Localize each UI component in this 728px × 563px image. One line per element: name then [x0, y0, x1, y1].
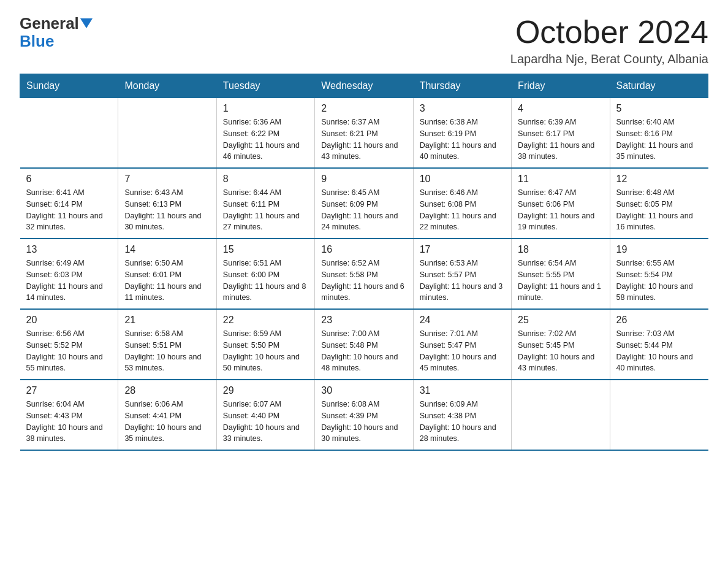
day-info: Sunrise: 6:53 AMSunset: 5:57 PMDaylight:… [420, 258, 505, 304]
day-info: Sunrise: 6:44 AMSunset: 6:11 PMDaylight:… [223, 187, 308, 233]
day-number: 18 [518, 244, 603, 255]
calendar-week-5: 27Sunrise: 6:04 AMSunset: 4:43 PMDayligh… [20, 380, 708, 450]
calendar-cell: 29Sunrise: 6:07 AMSunset: 4:40 PMDayligh… [216, 380, 314, 450]
header-cell-sunday: Sunday [20, 74, 118, 98]
day-info: Sunrise: 6:08 AMSunset: 4:39 PMDaylight:… [321, 399, 406, 445]
day-info: Sunrise: 6:36 AMSunset: 6:22 PMDaylight:… [223, 117, 308, 163]
day-info: Sunrise: 6:39 AMSunset: 6:17 PMDaylight:… [518, 117, 603, 163]
subtitle: Lapardha Nje, Berat County, Albania [510, 52, 708, 66]
calendar-cell: 3Sunrise: 6:38 AMSunset: 6:19 PMDaylight… [413, 98, 511, 169]
day-number: 14 [124, 244, 210, 255]
logo-blue: Blue [20, 33, 54, 50]
calendar-cell: 2Sunrise: 6:37 AMSunset: 6:21 PMDaylight… [315, 98, 413, 169]
day-number: 5 [616, 103, 702, 114]
calendar-cell: 15Sunrise: 6:51 AMSunset: 6:00 PMDayligh… [216, 239, 314, 309]
day-number: 27 [26, 385, 112, 396]
logo-triangle-icon [80, 18, 93, 28]
day-info: Sunrise: 6:38 AMSunset: 6:19 PMDaylight:… [420, 117, 505, 163]
day-info: Sunrise: 7:00 AMSunset: 5:48 PMDaylight:… [321, 328, 406, 374]
day-number: 1 [223, 103, 308, 114]
day-info: Sunrise: 6:54 AMSunset: 5:55 PMDaylight:… [518, 258, 603, 304]
page-header: General Blue October 2024 Lapardha Nje, … [20, 15, 708, 66]
header-cell-thursday: Thursday [413, 74, 511, 98]
day-number: 2 [321, 103, 406, 114]
day-info: Sunrise: 6:52 AMSunset: 5:58 PMDaylight:… [321, 258, 406, 304]
calendar-cell: 9Sunrise: 6:45 AMSunset: 6:09 PMDaylight… [315, 168, 413, 239]
header-cell-tuesday: Tuesday [216, 74, 314, 98]
calendar-cell: 10Sunrise: 6:46 AMSunset: 6:08 PMDayligh… [413, 168, 511, 239]
day-info: Sunrise: 7:02 AMSunset: 5:45 PMDaylight:… [518, 328, 603, 374]
header-cell-wednesday: Wednesday [315, 74, 413, 98]
title-block: October 2024 Lapardha Nje, Berat County,… [510, 15, 708, 66]
day-number: 3 [420, 103, 505, 114]
day-info: Sunrise: 6:51 AMSunset: 6:00 PMDaylight:… [223, 258, 308, 304]
day-info: Sunrise: 6:06 AMSunset: 4:41 PMDaylight:… [124, 399, 210, 445]
calendar-cell: 4Sunrise: 6:39 AMSunset: 6:17 PMDaylight… [512, 98, 610, 169]
header-row: SundayMondayTuesdayWednesdayThursdayFrid… [20, 74, 708, 98]
day-number: 13 [26, 244, 112, 255]
header-cell-friday: Friday [512, 74, 610, 98]
calendar-cell: 5Sunrise: 6:40 AMSunset: 6:16 PMDaylight… [610, 98, 708, 169]
day-number: 11 [518, 174, 603, 185]
day-info: Sunrise: 6:46 AMSunset: 6:08 PMDaylight:… [420, 187, 505, 233]
calendar-cell: 6Sunrise: 6:41 AMSunset: 6:14 PMDaylight… [20, 168, 118, 239]
calendar-cell: 17Sunrise: 6:53 AMSunset: 5:57 PMDayligh… [413, 239, 511, 309]
day-number: 17 [420, 244, 505, 255]
calendar-cell: 27Sunrise: 6:04 AMSunset: 4:43 PMDayligh… [20, 380, 118, 450]
calendar-cell: 11Sunrise: 6:47 AMSunset: 6:06 PMDayligh… [512, 168, 610, 239]
day-info: Sunrise: 7:01 AMSunset: 5:47 PMDaylight:… [420, 328, 505, 374]
calendar-cell: 20Sunrise: 6:56 AMSunset: 5:52 PMDayligh… [20, 309, 118, 380]
calendar-week-3: 13Sunrise: 6:49 AMSunset: 6:03 PMDayligh… [20, 239, 708, 309]
day-info: Sunrise: 6:55 AMSunset: 5:54 PMDaylight:… [616, 258, 702, 304]
day-number: 15 [223, 244, 308, 255]
calendar-cell [20, 98, 118, 169]
main-title: October 2024 [510, 15, 708, 50]
calendar-cell [512, 380, 610, 450]
calendar-cell: 21Sunrise: 6:58 AMSunset: 5:51 PMDayligh… [118, 309, 216, 380]
day-info: Sunrise: 6:49 AMSunset: 6:03 PMDaylight:… [26, 258, 112, 304]
day-info: Sunrise: 6:41 AMSunset: 6:14 PMDaylight:… [26, 187, 112, 233]
logo-general: General [20, 15, 79, 33]
calendar-cell: 13Sunrise: 6:49 AMSunset: 6:03 PMDayligh… [20, 239, 118, 309]
calendar-cell: 8Sunrise: 6:44 AMSunset: 6:11 PMDaylight… [216, 168, 314, 239]
day-info: Sunrise: 7:03 AMSunset: 5:44 PMDaylight:… [616, 328, 702, 374]
calendar-cell: 18Sunrise: 6:54 AMSunset: 5:55 PMDayligh… [512, 239, 610, 309]
calendar-cell: 19Sunrise: 6:55 AMSunset: 5:54 PMDayligh… [610, 239, 708, 309]
day-number: 29 [223, 385, 308, 396]
calendar-week-1: 1Sunrise: 6:36 AMSunset: 6:22 PMDaylight… [20, 98, 708, 169]
day-number: 6 [26, 174, 112, 185]
header-cell-saturday: Saturday [610, 74, 708, 98]
day-number: 26 [616, 315, 702, 326]
day-number: 7 [124, 174, 210, 185]
day-info: Sunrise: 6:47 AMSunset: 6:06 PMDaylight:… [518, 187, 603, 233]
day-number: 16 [321, 244, 406, 255]
calendar-cell: 22Sunrise: 6:59 AMSunset: 5:50 PMDayligh… [216, 309, 314, 380]
day-number: 24 [420, 315, 505, 326]
calendar-cell: 28Sunrise: 6:06 AMSunset: 4:41 PMDayligh… [118, 380, 216, 450]
calendar-cell: 12Sunrise: 6:48 AMSunset: 6:05 PMDayligh… [610, 168, 708, 239]
calendar-header: SundayMondayTuesdayWednesdayThursdayFrid… [20, 74, 708, 98]
day-number: 9 [321, 174, 406, 185]
calendar-cell [610, 380, 708, 450]
calendar-cell: 25Sunrise: 7:02 AMSunset: 5:45 PMDayligh… [512, 309, 610, 380]
calendar-cell: 14Sunrise: 6:50 AMSunset: 6:01 PMDayligh… [118, 239, 216, 309]
logo: General Blue [20, 15, 93, 50]
calendar-cell: 30Sunrise: 6:08 AMSunset: 4:39 PMDayligh… [315, 380, 413, 450]
day-number: 8 [223, 174, 308, 185]
day-number: 4 [518, 103, 603, 114]
day-number: 20 [26, 315, 112, 326]
day-number: 12 [616, 174, 702, 185]
day-info: Sunrise: 6:04 AMSunset: 4:43 PMDaylight:… [26, 399, 112, 445]
day-info: Sunrise: 6:59 AMSunset: 5:50 PMDaylight:… [223, 328, 308, 374]
calendar-cell: 16Sunrise: 6:52 AMSunset: 5:58 PMDayligh… [315, 239, 413, 309]
day-info: Sunrise: 6:48 AMSunset: 6:05 PMDaylight:… [616, 187, 702, 233]
day-info: Sunrise: 6:37 AMSunset: 6:21 PMDaylight:… [321, 117, 406, 163]
calendar-cell [118, 98, 216, 169]
day-number: 28 [124, 385, 210, 396]
day-info: Sunrise: 6:58 AMSunset: 5:51 PMDaylight:… [124, 328, 210, 374]
day-number: 31 [420, 385, 505, 396]
day-number: 25 [518, 315, 603, 326]
day-number: 21 [124, 315, 210, 326]
day-number: 22 [223, 315, 308, 326]
day-info: Sunrise: 6:09 AMSunset: 4:38 PMDaylight:… [420, 399, 505, 445]
